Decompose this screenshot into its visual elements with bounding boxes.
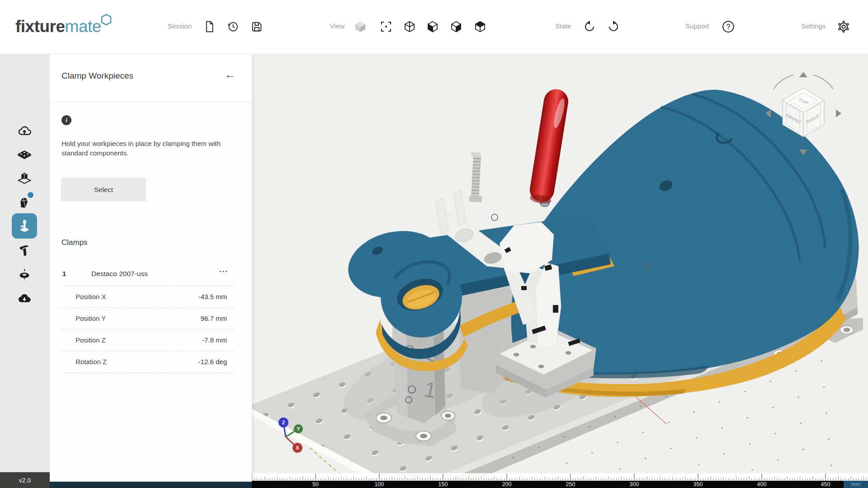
state-label: State xyxy=(555,22,571,30)
select-button[interactable]: Select xyxy=(61,178,146,202)
sidebar-item-part-on-plate[interactable] xyxy=(12,166,37,192)
ruler-number: 200 xyxy=(502,481,512,488)
viewcube-arrow-right[interactable] xyxy=(836,109,841,117)
property-row-rotation-z[interactable]: Rotation Z -12.6 deg xyxy=(61,351,233,373)
property-row-position-y[interactable]: Position Y 96.7 mm xyxy=(61,307,233,329)
view-label: View xyxy=(330,22,344,30)
sidebar-item-clamps[interactable] xyxy=(12,213,37,239)
sidebar-item-baseplate[interactable] xyxy=(12,142,37,168)
clamps-heading: Clamps xyxy=(61,238,88,247)
viewcube-arrow-up[interactable] xyxy=(799,72,807,77)
svg-text:?: ? xyxy=(726,23,730,31)
property-label: Position Z xyxy=(61,336,202,344)
redo-icon[interactable] xyxy=(607,20,620,33)
property-label: Rotation Z xyxy=(61,358,198,366)
history-icon[interactable] xyxy=(226,20,240,33)
ruler: 50100150200250300350400450 mm xyxy=(252,473,868,488)
info-icon: i xyxy=(61,115,71,125)
support-label: Support xyxy=(685,22,709,30)
left-view-icon[interactable] xyxy=(426,20,439,33)
ruler-number: 250 xyxy=(566,481,576,488)
property-value[interactable]: -7.8 mm xyxy=(202,336,233,344)
clamps-icon xyxy=(17,219,32,233)
clamp-workpieces-panel: Clamp Workpieces ← i Hold your workpiece… xyxy=(50,54,252,488)
panel-bottom-strip xyxy=(50,482,252,488)
save-icon[interactable] xyxy=(250,20,264,33)
app-logo: fixturemate xyxy=(15,17,113,36)
clamp-threaded-stud xyxy=(469,152,482,202)
property-row-position-x[interactable]: Position X -43.5 mm xyxy=(61,286,233,307)
sidebar-item-download-export[interactable] xyxy=(12,286,37,311)
download-export-icon xyxy=(17,291,32,305)
clamp-name: Destaco 2007-uss xyxy=(91,270,148,278)
upload-model-icon xyxy=(17,123,32,138)
clamp-options-menu-icon[interactable]: ··· xyxy=(219,267,228,276)
notification-dot xyxy=(28,192,33,198)
property-label: Position X xyxy=(61,293,198,300)
baseplate-icon xyxy=(17,148,32,162)
view-cube-widget[interactable]: TOP FRONT RIGHT xyxy=(749,60,858,164)
right-view-icon[interactable] xyxy=(449,20,463,33)
version-text: v2.0 xyxy=(19,477,31,484)
fit-view-icon[interactable] xyxy=(379,20,393,33)
property-row-position-z[interactable]: Position Z -7.8 mm xyxy=(61,329,233,351)
clamp-index: 1 xyxy=(62,270,66,277)
ruler-number: 150 xyxy=(439,481,448,488)
version-badge: v2.0 xyxy=(0,472,50,488)
ruler-numbers: 50100150200250300350400450 xyxy=(252,481,868,488)
top-bar: fixturemate Session View State Support ? xyxy=(0,0,868,54)
session-label: Session xyxy=(168,22,192,30)
ruler-number: 400 xyxy=(757,481,767,488)
rotate-cw-arc[interactable] xyxy=(813,75,833,89)
panel-description: Hold your workpieces in place by clampin… xyxy=(61,139,236,158)
ruler-ticks xyxy=(252,473,868,481)
property-value[interactable]: -43.5 mm xyxy=(198,293,233,300)
sidebar-item-standoffs[interactable] xyxy=(12,238,37,263)
new-session-icon[interactable] xyxy=(203,20,216,33)
clamp-handle-red[interactable] xyxy=(528,88,570,205)
x-axis-label: X xyxy=(296,445,299,450)
back-arrow-button[interactable]: ← xyxy=(225,69,236,80)
property-value[interactable]: -12.6 deg xyxy=(198,358,233,366)
logo-hexagon-icon xyxy=(100,12,112,31)
sidebar-item-upload-model[interactable] xyxy=(12,118,37,143)
axis-triad: Z Y X xyxy=(261,402,315,456)
viewport-3d[interactable]: S 1 xyxy=(252,54,868,488)
ruler-number: 350 xyxy=(693,481,703,488)
ruler-unit-badge: mm xyxy=(844,481,868,488)
sidebar xyxy=(0,54,50,472)
y-axis-label: Y xyxy=(297,426,300,432)
logo-text-fixture: fixture xyxy=(15,17,65,36)
rotate-ccw-arc[interactable] xyxy=(774,75,793,89)
property-label: Position Y xyxy=(61,314,201,322)
clamp-properties-table: Position X -43.5 mm Position Y 96.7 mm P… xyxy=(61,286,233,373)
sidebar-item-supports[interactable] xyxy=(12,189,37,215)
washers-icon xyxy=(17,268,32,282)
undo-icon[interactable] xyxy=(583,20,596,33)
standoffs-icon xyxy=(17,243,32,258)
clamp-list-item[interactable]: 1 Destaco 2007-uss ··· xyxy=(50,267,252,283)
property-value[interactable]: 96.7 mm xyxy=(201,314,233,322)
iso-view-icon[interactable] xyxy=(403,20,416,33)
part-on-plate-icon xyxy=(17,172,32,186)
shaded-view-icon[interactable] xyxy=(354,20,367,33)
ruler-number: 450 xyxy=(821,481,830,488)
ruler-number: 100 xyxy=(375,481,384,488)
ruler-number: 300 xyxy=(630,481,639,488)
ruler-number: 50 xyxy=(312,481,319,488)
gear-icon[interactable] xyxy=(837,20,850,33)
z-axis-label: Z xyxy=(282,420,285,425)
viewcube-arrow-left[interactable] xyxy=(765,109,771,117)
sidebar-item-washers[interactable] xyxy=(12,263,37,288)
settings-label: Settings xyxy=(801,22,826,30)
logo-text-mate: mate xyxy=(65,17,101,36)
help-icon[interactable]: ? xyxy=(722,20,735,33)
page-title: Clamp Workpieces xyxy=(61,71,133,81)
panel-header: Clamp Workpieces ← xyxy=(50,54,252,102)
viewcube-arrow-down[interactable] xyxy=(799,150,807,155)
top-view-icon[interactable] xyxy=(473,20,487,33)
